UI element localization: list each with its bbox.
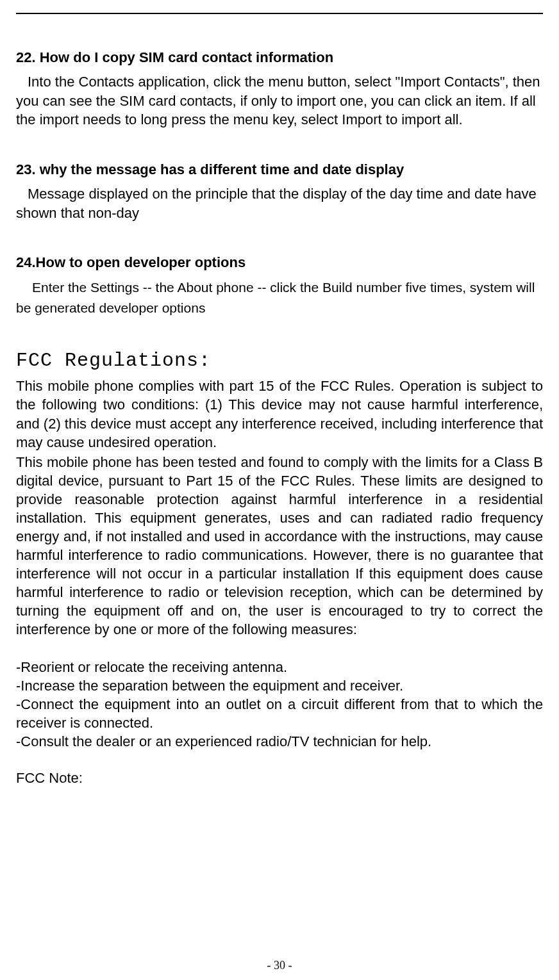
q23-heading: 23. why the message has a different time… xyxy=(16,161,543,178)
fcc-paragraph-1: This mobile phone complies with part 15 … xyxy=(16,377,543,451)
blank-line-2 xyxy=(16,751,543,769)
section-q24: 24.How to open developer options Enter t… xyxy=(16,254,543,318)
document-page: 22. How do I copy SIM card contact infor… xyxy=(0,0,559,980)
q22-body: Into the Contacts application, click the… xyxy=(16,72,543,129)
top-rule xyxy=(16,13,543,14)
page-number: - 30 - xyxy=(0,959,559,972)
fcc-measure-1: -Reorient or relocate the receiving ante… xyxy=(16,658,543,676)
q22-heading: 22. How do I copy SIM card contact infor… xyxy=(16,49,543,66)
q24-heading: 24.How to open developer options xyxy=(16,254,543,271)
fcc-title: FCC Regulations: xyxy=(16,350,543,372)
section-fcc: FCC Regulations: This mobile phone compl… xyxy=(16,350,543,787)
fcc-measure-3: -Connect the equipment into an outlet on… xyxy=(16,695,543,732)
blank-line xyxy=(16,640,543,658)
fcc-measure-2: -Increase the separation between the equ… xyxy=(16,676,543,695)
section-q23: 23. why the message has a different time… xyxy=(16,161,543,222)
fcc-measure-4: -Consult the dealer or an experienced ra… xyxy=(16,732,543,751)
fcc-note-heading: FCC Note: xyxy=(16,769,543,787)
q23-body: Message displayed on the principle that … xyxy=(16,184,543,222)
q24-body: Enter the Settings -- the About phone --… xyxy=(16,277,543,318)
section-q22: 22. How do I copy SIM card contact infor… xyxy=(16,49,543,129)
fcc-paragraph-2: This mobile phone has been tested and fo… xyxy=(16,453,543,639)
